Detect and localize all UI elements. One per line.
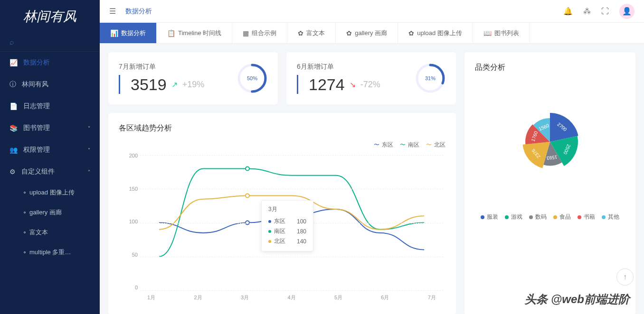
- tab-icon: ✿: [408, 29, 414, 37]
- legend-label: 食品: [559, 213, 571, 221]
- magic-icon[interactable]: ⁂: [583, 7, 591, 16]
- trend-title: 各区域趋势分析: [119, 123, 445, 133]
- top-actions: 🔔 ⁂ ⛶ 👤: [563, 4, 635, 19]
- legend-dot: [602, 215, 606, 219]
- legend-dot: [505, 215, 509, 219]
- stat-change: +19%: [182, 80, 205, 90]
- nav-label: 图书管理: [23, 124, 50, 132]
- tab-2[interactable]: ▦组合示例: [232, 23, 287, 43]
- book-icon: 📚: [9, 124, 18, 132]
- tooltip-value: 180: [297, 228, 306, 235]
- bullet-icon: [24, 192, 26, 194]
- legend-item[interactable]: 〜东区: [374, 141, 393, 149]
- bullet-icon: [24, 251, 26, 253]
- tooltip-dot: [268, 240, 271, 243]
- pie-legend-item[interactable]: 服装: [481, 213, 498, 221]
- legend-dot: [578, 215, 581, 219]
- x-tick: 7月: [428, 294, 436, 305]
- sidebar-item-4[interactable]: 👥权限管理˅: [0, 139, 100, 161]
- stat-value: 1274: [309, 75, 345, 94]
- x-tick: 2月: [194, 294, 202, 305]
- arrow-down-icon: ↘: [350, 80, 356, 89]
- avatar[interactable]: 👤: [619, 4, 635, 19]
- sidebar-item-2[interactable]: 📄日志管理: [0, 95, 100, 117]
- sidebar-item-3[interactable]: 📚图书管理˅: [0, 117, 100, 139]
- y-tick: 0: [119, 285, 138, 290]
- pie-legend-item[interactable]: 食品: [553, 213, 571, 221]
- sidebar: 林间有风 ⌕ 📈数据分析ⓘ林间有风📄日志管理📚图书管理˅👥权限管理˅⚙自定义组件…: [0, 0, 100, 314]
- chart-icon: 📈: [9, 59, 18, 66]
- y-tick: 50: [119, 252, 138, 258]
- tooltip-name: 北区: [274, 237, 285, 245]
- tab-icon: ✿: [346, 29, 352, 37]
- legend-label: 其他: [608, 213, 619, 221]
- breadcrumb[interactable]: 数据分析: [125, 7, 152, 16]
- tooltip-value: 100: [297, 218, 306, 225]
- x-tick: 5月: [334, 294, 342, 305]
- pie-legend-item[interactable]: 其他: [602, 213, 619, 221]
- tab-0[interactable]: 📊数据分析: [100, 23, 157, 43]
- tooltip-dot: [268, 230, 271, 233]
- legend-item[interactable]: 〜北区: [426, 141, 445, 149]
- legend-item[interactable]: 〜南区: [400, 141, 419, 149]
- sub-label: upload 图像上传: [29, 188, 75, 197]
- legend-label: 游戏: [511, 213, 522, 221]
- nav-label: 权限管理: [23, 146, 50, 154]
- chart-tooltip: 3月 东区100南区180北区140: [261, 200, 313, 251]
- tooltip-title: 3月: [268, 205, 306, 213]
- pie-legend-item[interactable]: 游戏: [505, 213, 522, 221]
- nav-label: 数据分析: [23, 58, 50, 67]
- tab-1[interactable]: 📋Timeline 时间线: [157, 23, 232, 43]
- legend-line: 〜: [426, 141, 432, 149]
- tooltip-row: 北区140: [268, 236, 306, 246]
- sidebar-sub-3[interactable]: multiple 多重…: [0, 242, 100, 262]
- pie-title: 品类分析: [475, 63, 625, 73]
- nav-label: 日志管理: [23, 102, 50, 111]
- sidebar-sub-0[interactable]: upload 图像上传: [0, 183, 100, 203]
- gear-icon: ⚙: [9, 168, 16, 175]
- tab-3[interactable]: ✿富文本: [287, 23, 336, 43]
- sidebar-item-5[interactable]: ⚙自定义组件˄: [0, 161, 100, 183]
- legend-dot: [553, 215, 557, 219]
- tab-5[interactable]: ✿upload 图像上传: [398, 23, 473, 43]
- tab-label: Timeline 时间线: [178, 29, 221, 37]
- legend-dot: [529, 215, 533, 219]
- tab-label: 数据分析: [121, 29, 146, 37]
- doc-icon: 📄: [9, 102, 18, 110]
- legend-line: 〜: [400, 141, 406, 149]
- fullscreen-icon[interactable]: ⛶: [601, 7, 609, 16]
- pie-legend-item[interactable]: 数码: [529, 213, 547, 221]
- search-icon: ⌕: [9, 38, 14, 46]
- top-bar: ☰ 数据分析 🔔 ⁂ ⛶ 👤: [100, 0, 644, 23]
- svg-point-11: [246, 167, 249, 171]
- tab-label: 富文本: [306, 29, 325, 37]
- main-area: ☰ 数据分析 🔔 ⁂ ⛶ 👤 📊数据分析📋Timeline 时间线▦组合示例✿富…: [100, 0, 644, 314]
- collapse-icon[interactable]: ☰: [109, 7, 116, 16]
- sidebar-sub-1[interactable]: gallery 画廊: [0, 203, 100, 222]
- content: 7月新增订单 3519 ↗ +19% 50% 6月新增订单 1274 ↘ -72…: [100, 44, 644, 314]
- nav-label: 自定义组件: [21, 167, 55, 176]
- tab-6[interactable]: 📖图书列表: [473, 23, 530, 43]
- sidebar-item-0[interactable]: 📈数据分析: [0, 52, 100, 74]
- ring-text: 50%: [247, 75, 257, 81]
- tab-4[interactable]: ✿gallery 画廊: [336, 23, 398, 43]
- stat-card-july: 7月新增订单 3519 ↗ +19% 50%: [108, 52, 278, 104]
- sidebar-item-1[interactable]: ⓘ林间有风: [0, 74, 100, 95]
- pie-legend-item[interactable]: 书籍: [578, 213, 595, 221]
- trend-legend: 〜东区〜南区〜北区: [119, 141, 445, 149]
- stat-title: 7月新增订单: [119, 63, 204, 71]
- progress-ring: 50%: [237, 63, 267, 93]
- sub-label: multiple 多重…: [29, 248, 71, 257]
- legend-dot: [481, 215, 484, 219]
- scroll-top-button[interactable]: ↑: [616, 268, 634, 286]
- search-box[interactable]: ⌕: [0, 33, 100, 52]
- stat-change: -72%: [360, 80, 380, 90]
- legend-label: 书籍: [584, 213, 595, 221]
- tab-label: 图书列表: [494, 29, 519, 37]
- trend-card: 各区域趋势分析 〜东区〜南区〜北区 200150100500 1月2月3月4月5…: [108, 113, 456, 314]
- user-icon: 👥: [9, 146, 18, 154]
- stat-left: 6月新增订单 1274 ↘ -72%: [297, 63, 380, 94]
- pie-card: 品类分析 270025001593237617601560 服装游戏数码食品书籍…: [464, 52, 635, 314]
- sidebar-sub-2[interactable]: 富文本: [0, 222, 100, 242]
- bell-icon[interactable]: 🔔: [563, 7, 573, 16]
